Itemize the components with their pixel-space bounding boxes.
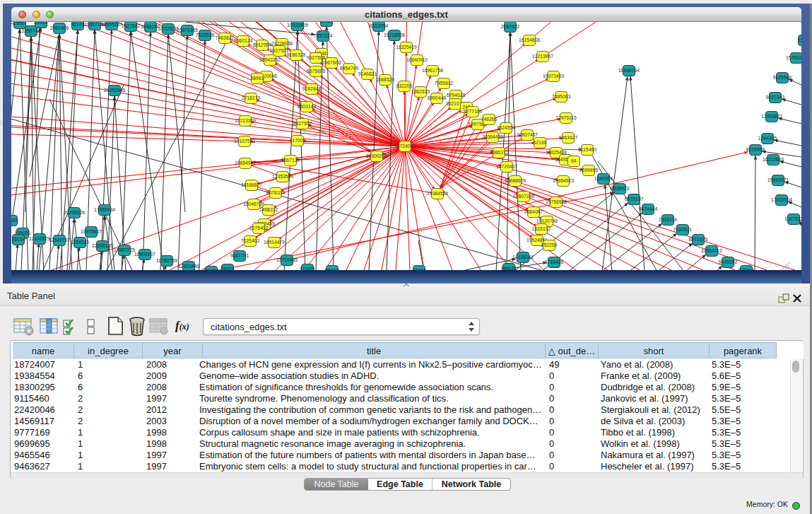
svg-text:18300295: 18300295 [366,153,387,158]
svg-text:7632621: 7632621 [673,227,693,232]
svg-text:7485063: 7485063 [552,94,571,99]
svg-text:10543352: 10543352 [259,57,281,62]
svg-text:8912954: 8912954 [253,42,272,47]
svg-text:9884067: 9884067 [524,209,543,214]
svg-text:1154519: 1154519 [71,240,89,245]
svg-text:8427552: 8427552 [293,121,312,126]
svg-text:1055714: 1055714 [22,28,41,33]
svg-text:19854942: 19854942 [235,160,256,165]
svg-text:1362615: 1362615 [411,89,430,94]
svg-text:972414: 972414 [739,268,755,270]
svg-text:20931: 20931 [35,22,48,25]
svg-text:8667130: 8667130 [281,158,300,163]
svg-text:16671355: 16671355 [177,28,198,33]
svg-text:10807487: 10807487 [517,132,538,137]
svg-text:9474444: 9474444 [639,206,658,211]
svg-text:14136141: 14136141 [512,255,534,259]
svg-text:8675685: 8675685 [307,69,326,74]
svg-text:1527602: 1527602 [122,23,141,28]
svg-text:252254: 252254 [541,243,558,247]
svg-text:7357224: 7357224 [314,33,333,38]
svg-text:15716485: 15716485 [276,257,298,262]
svg-text:16046786: 16046786 [243,201,264,206]
svg-text:11123: 11123 [798,37,801,42]
svg-text:7886372: 7886372 [490,150,509,155]
svg-text:917006: 917006 [290,138,306,143]
svg-text:18724007: 18724007 [394,144,416,148]
svg-text:19166827: 19166827 [241,182,262,187]
svg-text:16782759: 16782759 [156,258,177,263]
svg-text:7625402: 7625402 [241,238,260,243]
svg-text:9245652: 9245652 [719,259,738,264]
svg-text:16210643: 16210643 [763,157,784,162]
svg-text:18807249: 18807249 [513,194,534,199]
svg-text:20053346: 20053346 [104,88,125,93]
svg-text:12353594: 12353594 [272,174,293,179]
svg-text:746266: 746266 [481,117,498,122]
svg-text:17957225: 17957225 [114,247,135,252]
svg-text:87231: 87231 [413,268,426,270]
svg-text:62160: 62160 [534,140,547,145]
svg-text:20364436: 20364436 [482,134,503,139]
svg-text:19756928: 19756928 [546,199,567,204]
svg-text:8990448: 8990448 [428,95,447,100]
svg-text:15720407: 15720407 [496,164,517,169]
svg-text:8938923: 8938923 [611,186,630,191]
svg-text:6879197: 6879197 [625,197,644,201]
svg-text:20206526: 20206526 [64,210,85,215]
svg-text:1498222: 1498222 [259,207,278,212]
svg-text:1244415: 1244415 [758,136,777,141]
svg-text:812931: 812931 [204,269,220,270]
svg-text:12156829: 12156829 [29,236,50,241]
svg-text:9657791: 9657791 [230,253,249,258]
svg-text:15692971: 15692971 [767,177,789,182]
svg-text:1640954: 1640954 [594,176,613,181]
svg-text:2867608: 2867608 [322,60,341,65]
svg-text:98961: 98961 [251,76,264,81]
svg-text:12213967: 12213967 [532,54,553,59]
svg-text:9242848: 9242848 [302,86,322,91]
svg-text:9463627: 9463627 [559,135,578,140]
svg-text:9129966: 9129966 [773,75,792,80]
svg-text:7515526: 7515526 [196,33,215,37]
svg-text:8454749: 8454749 [340,66,359,71]
svg-text:8813054: 8813054 [370,23,389,28]
svg-text:19567: 19567 [13,22,27,25]
svg-text:11485: 11485 [11,218,18,223]
svg-text:3624554: 3624554 [497,125,516,130]
svg-text:39154: 39154 [12,237,25,242]
svg-text:1167533: 1167533 [784,216,801,221]
svg-text:10958107: 10958107 [134,252,155,257]
svg-text:96141: 96141 [71,22,85,27]
svg-text:16648764: 16648764 [618,68,640,73]
svg-text:9146821: 9146821 [358,71,377,76]
svg-text:85113: 85113 [320,22,334,23]
svg-text:12975115: 12975115 [555,115,577,120]
svg-text:8678334: 8678334 [266,190,286,195]
svg-text:1615132: 1615132 [532,226,551,231]
svg-text:12923446: 12923446 [178,264,199,269]
svg-text:2933114: 2933114 [659,217,677,222]
svg-text:2718170: 2718170 [242,95,261,100]
svg-text:19654923: 19654923 [553,178,574,183]
svg-text:8186328: 8186328 [287,52,306,57]
svg-text:10033809: 10033809 [287,23,308,28]
svg-text:2087652: 2087652 [501,24,520,29]
svg-text:16640910: 16640910 [406,57,428,62]
svg-text:8471676: 8471676 [689,237,708,242]
svg-text:12942737: 12942737 [49,238,70,243]
svg-text:7463822: 7463822 [216,35,235,40]
svg-text:19218506: 19218506 [384,33,405,37]
svg-text:10688609: 10688609 [505,178,526,183]
svg-text:64: 64 [571,158,577,163]
svg-text:17359934: 17359934 [94,207,115,212]
svg-text:9777169: 9777169 [464,109,483,114]
svg-text:9327503: 9327503 [270,48,289,53]
svg-text:1733426: 1733426 [545,259,564,264]
svg-text:16961758: 16961758 [422,68,443,73]
svg-text:1275402: 1275402 [249,226,269,230]
svg-text:16914479: 16914479 [264,240,285,245]
svg-text:12213369: 12213369 [235,118,256,123]
svg-text:10655287: 10655287 [101,22,122,27]
svg-text:10107552: 10107552 [234,139,255,144]
